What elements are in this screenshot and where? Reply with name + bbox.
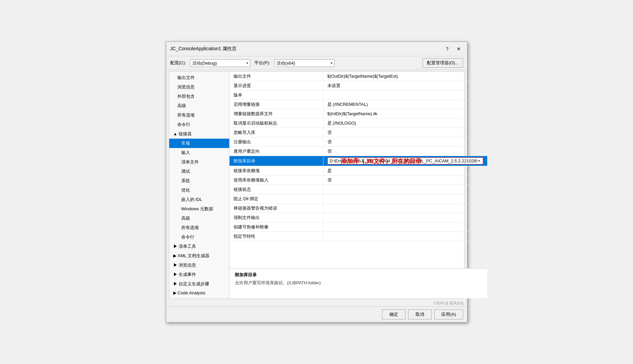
property-value: 否 <box>323 138 487 146</box>
sidebar-item[interactable]: 优化 <box>169 186 229 195</box>
sidebar-item[interactable]: 命令行 <box>169 120 229 129</box>
platform-select-wrapper[interactable]: 活动(x64) <box>274 59 334 67</box>
property-name: 链接状态 <box>230 185 323 194</box>
property-name: 显示进度 <box>230 81 323 90</box>
platform-label: 平台(P): <box>254 60 270 66</box>
property-value: $(IntDir)$(TargetName).ilk <box>323 110 487 118</box>
config-label: 配置(C): <box>170 60 186 66</box>
property-row[interactable]: 注册输出否 <box>230 137 487 147</box>
property-name: 阻止 Dll 绑定 <box>230 195 323 203</box>
property-value: $(OutDir)$(TargetName)$(TargetExt) <box>323 72 487 80</box>
watermark: CSDN @ 晨风先生 <box>166 300 467 306</box>
property-row[interactable]: 取消显示启动版权标志是 (/NOLOGO) <box>230 119 487 128</box>
sidebar-item[interactable]: 系统 <box>169 176 229 186</box>
property-row[interactable]: 使用库依赖项输入否 <box>230 175 487 185</box>
property-name: 输出文件 <box>230 72 323 81</box>
main-content: 输出文件浏览信息外部包含高级所有选项命令行▲ 链接器常规输入清单文件调试系统优化… <box>169 71 464 299</box>
sidebar-item[interactable]: ▶ Code Analysis <box>169 289 229 297</box>
dropdown-arrow-icon[interactable]: ▼ <box>478 159 481 163</box>
property-name: 创建可热修补映像 <box>230 223 323 231</box>
property-name: 注册输出 <box>230 138 323 146</box>
platform-select[interactable]: 活动(x64) <box>274 59 334 67</box>
config-bar: 配置(C): 活动(Debug) 平台(P): 活动(x64) 配置管理器(O)… <box>166 56 467 70</box>
sidebar-item[interactable]: ▲ 链接器 <box>169 129 229 139</box>
sidebar-item[interactable]: ▶ 清单工具 <box>169 242 229 251</box>
property-row[interactable]: 启用增量链接是 (/INCREMENTAL) <box>230 100 487 109</box>
title-bar: JC_ConsoleApplication1 属性页 ? ✕ <box>166 42 467 56</box>
properties-dialog: JC_ConsoleApplication1 属性页 ? ✕ 配置(C): 活动… <box>166 42 467 322</box>
sidebar-item[interactable]: 调试 <box>169 167 229 176</box>
sidebar-item[interactable]: ▶ XML 文档生成器 <box>169 251 229 261</box>
property-name: 链接库依赖项 <box>230 166 323 175</box>
config-manager-button[interactable]: 配置管理器(O)... <box>423 58 463 68</box>
property-row[interactable]: 指定节特性 <box>230 232 487 241</box>
property-row[interactable]: 将链接器警告视为错误 <box>230 204 487 213</box>
property-name: 忽略导入库 <box>230 128 323 137</box>
property-table: 输出文件$(OutDir)$(TargetName)$(TargetExt)显示… <box>230 72 487 268</box>
property-value <box>323 216 487 219</box>
property-row[interactable]: 显示进度未设置 <box>230 81 487 90</box>
config-select-wrapper[interactable]: 活动(Debug) <box>190 59 250 67</box>
property-name: 增量链接数据库文件 <box>230 110 323 118</box>
property-name: 逐用户重定向 <box>230 147 323 156</box>
property-row[interactable]: 创建可热修补映像 <box>230 222 487 232</box>
sidebar-item[interactable]: ▶ 自定义生成步骤 <box>169 279 229 289</box>
desc-text: 允许用户重写环境库路径。(/LIBPATH:folder) <box>235 280 482 286</box>
sidebar: 输出文件浏览信息外部包含高级所有选项命令行▲ 链接器常规输入清单文件调试系统优化… <box>169 72 230 298</box>
sidebar-item[interactable]: 外部包含 <box>169 92 229 101</box>
property-row[interactable]: 附加库目录D:\Environment\JL_PC_AICAM_2.5.2.22… <box>230 156 487 166</box>
property-name: 使用库依赖项输入 <box>230 176 323 185</box>
sidebar-item[interactable]: 命令行 <box>169 232 229 242</box>
property-value: 否 <box>323 128 487 137</box>
sidebar-item[interactable]: 嵌入的 IDL <box>169 195 229 204</box>
cancel-button[interactable]: 取消 <box>408 309 432 319</box>
sidebar-item[interactable]: ▶ 浏览信息 <box>169 261 229 270</box>
property-name: 将链接器警告视为错误 <box>230 204 323 213</box>
description-panel: 附加库目录 允许用户重写环境库路径。(/LIBPATH:folder) <box>230 268 487 298</box>
property-value: 是 (/INCREMENTAL) <box>323 100 487 109</box>
help-button[interactable]: ? <box>443 45 452 53</box>
sidebar-item[interactable]: 高级 <box>169 214 229 223</box>
sidebar-item[interactable]: 常规 <box>169 139 229 148</box>
property-name: 启用增量链接 <box>230 100 323 109</box>
property-value <box>323 198 487 200</box>
property-value <box>323 235 487 238</box>
close-button[interactable]: ✕ <box>454 45 463 53</box>
sidebar-item[interactable]: Windows 元数据 <box>169 204 229 214</box>
property-row[interactable]: 版本 <box>230 90 487 100</box>
sidebar-item[interactable]: 输入 <box>169 148 229 157</box>
property-row[interactable]: 链接状态 <box>230 185 487 194</box>
dialog-title: JC_ConsoleApplication1 属性页 <box>170 46 237 52</box>
sidebar-item[interactable]: 输出文件 <box>169 73 229 82</box>
desc-title: 附加库目录 <box>235 272 482 278</box>
property-value <box>323 226 487 228</box>
property-value <box>323 188 487 191</box>
property-name: 附加库目录 <box>230 157 323 165</box>
apply-button[interactable]: 应用(A) <box>434 309 463 319</box>
sidebar-item[interactable]: 清单文件 <box>169 157 229 167</box>
property-name: 版本 <box>230 91 323 99</box>
ok-button[interactable]: 确定 <box>382 309 405 319</box>
sidebar-item[interactable]: ▶ 生成事件 <box>169 270 229 279</box>
title-bar-buttons: ? ✕ <box>443 45 463 53</box>
sidebar-item[interactable]: 所有选项 <box>169 111 229 120</box>
bottom-bar: 确定 取消 应用(A) <box>166 306 467 322</box>
property-row[interactable]: 输出文件$(OutDir)$(TargetName)$(TargetExt) <box>230 72 487 81</box>
property-value <box>323 94 487 96</box>
property-row[interactable]: 阻止 Dll 绑定 <box>230 194 487 204</box>
property-name: 取消显示启动版权标志 <box>230 119 323 128</box>
property-row[interactable]: 忽略导入库否 <box>230 128 487 137</box>
property-value: 否 <box>323 176 487 185</box>
config-select[interactable]: 活动(Debug) <box>190 59 250 67</box>
property-name: 强制文件输出 <box>230 213 323 222</box>
property-value: 未设置 <box>323 81 487 90</box>
property-row[interactable]: 强制文件输出 <box>230 213 487 222</box>
right-panel: 输出文件$(OutDir)$(TargetName)$(TargetExt)显示… <box>230 72 487 298</box>
sidebar-item[interactable]: 所有选项 <box>169 223 229 232</box>
annotation-text: 添加库（.lib文件）所在的目录 <box>334 154 429 168</box>
property-name: 指定节特性 <box>230 232 323 241</box>
property-value <box>323 207 487 210</box>
sidebar-item[interactable]: 高级 <box>169 101 229 111</box>
sidebar-item[interactable]: 浏览信息 <box>169 82 229 92</box>
property-row[interactable]: 增量链接数据库文件$(IntDir)$(TargetName).ilk <box>230 109 487 119</box>
